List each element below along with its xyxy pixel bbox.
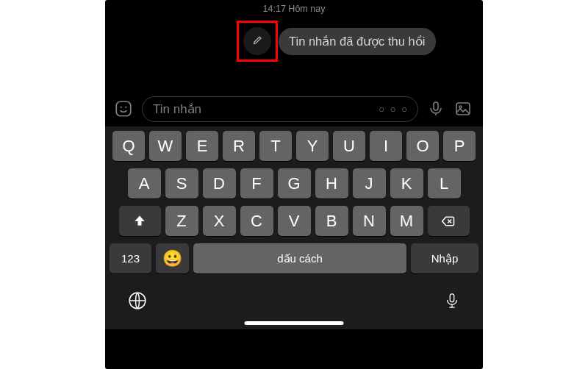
key-a[interactable]: A [128,168,161,198]
key-shift[interactable] [119,206,161,236]
shift-icon [132,214,147,229]
key-v[interactable]: V [278,206,311,236]
input-placeholder: Tin nhắn [153,101,201,117]
more-icon[interactable]: ○ ○ ○ [379,104,409,115]
key-b[interactable]: B [315,206,348,236]
key-o[interactable]: O [406,131,439,161]
key-x[interactable]: X [203,206,236,236]
key-c[interactable]: C [240,206,273,236]
edit-button[interactable] [243,27,271,55]
svg-rect-0 [116,101,131,116]
recalled-message-bubble[interactable]: Tin nhắn đã được thu hồi [279,28,436,55]
keyboard-row-2: A S D F G H J K L [107,168,481,198]
globe-icon[interactable] [128,291,147,310]
dictation-icon[interactable] [444,291,460,310]
key-l[interactable]: L [428,168,461,198]
key-e[interactable]: E [186,131,218,161]
phone-frame: 14:17 Hôm nay Tin nhắn đã được thu hồi T… [105,0,483,369]
svg-rect-7 [450,294,454,302]
svg-point-5 [459,106,462,108]
key-r[interactable]: R [223,131,255,161]
key-emoji[interactable]: 😀 [156,243,189,273]
svg-point-2 [125,107,126,108]
message-input[interactable]: Tin nhắn ○ ○ ○ [142,96,418,122]
keyboard: Q W E R T Y U I O P A S D F G H J K L Z [105,126,483,329]
backspace-icon [440,214,457,229]
key-s[interactable]: S [165,168,198,198]
keyboard-row-1: Q W E R T Y U I O P [107,131,481,161]
key-space[interactable]: dấu cách [193,243,406,273]
keyboard-row-4: 123 😀 dấu cách Nhập [107,243,481,273]
home-indicator[interactable] [245,321,344,325]
key-y[interactable]: Y [296,131,329,161]
pencil-icon [252,35,263,49]
key-z[interactable]: Z [165,206,198,236]
svg-rect-4 [456,103,470,115]
gallery-icon[interactable] [453,100,473,118]
key-123[interactable]: 123 [110,243,151,273]
message-composer: Tin nhắn ○ ○ ○ [105,91,483,126]
microphone-icon[interactable] [427,100,445,118]
key-j[interactable]: J [353,168,386,198]
key-w[interactable]: W [149,131,182,161]
key-backspace[interactable] [428,206,470,236]
key-t[interactable]: T [259,131,292,161]
key-f[interactable]: F [240,168,273,198]
key-d[interactable]: D [203,168,236,198]
key-n[interactable]: N [353,206,386,236]
keyboard-row-3: Z X C V B N M [107,206,481,236]
key-p[interactable]: P [443,131,476,161]
key-h[interactable]: H [315,168,348,198]
svg-rect-3 [434,102,438,110]
recalled-message-row: Tin nhắn đã được thu hồi [243,27,436,55]
keyboard-bottom [107,281,481,329]
key-enter[interactable]: Nhập [411,243,478,273]
svg-point-1 [121,107,122,108]
key-u[interactable]: U [333,131,365,161]
key-k[interactable]: K [390,168,423,198]
key-g[interactable]: G [278,168,311,198]
chat-area: 14:17 Hôm nay Tin nhắn đã được thu hồi [105,0,483,91]
sticker-icon[interactable] [114,99,133,118]
key-i[interactable]: I [370,131,402,161]
key-m[interactable]: M [390,206,423,236]
key-q[interactable]: Q [112,131,145,161]
message-timestamp: 14:17 Hôm nay [105,4,483,14]
